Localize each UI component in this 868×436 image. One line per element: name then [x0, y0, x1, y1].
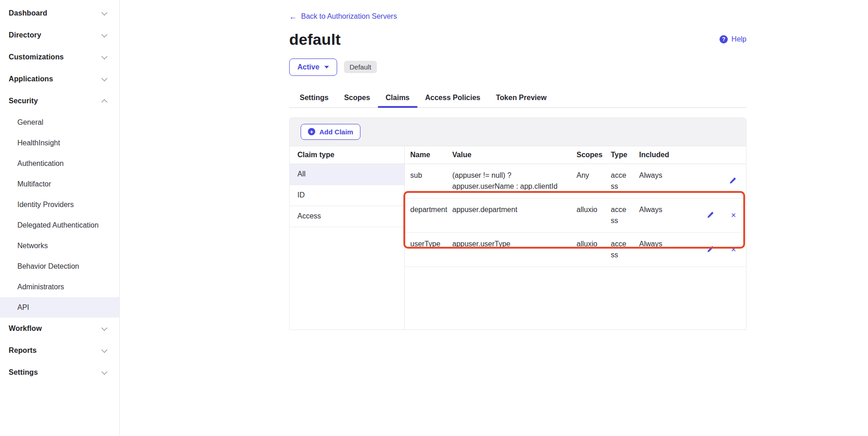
sidebar-item-label: Customizations — [9, 53, 64, 61]
tab-claims[interactable]: Claims — [378, 88, 417, 107]
pencil-icon — [707, 212, 714, 218]
claim-included: Always — [639, 204, 680, 215]
tab-settings[interactable]: Settings — [292, 88, 336, 107]
caret-down-icon — [324, 66, 329, 69]
tab-bar: Settings Scopes Claims Access Policies T… — [289, 88, 746, 108]
claim-type: access — [611, 204, 639, 226]
column-header-value: Value — [452, 149, 577, 160]
column-header-type: Type — [611, 149, 639, 160]
sidebar-item-api[interactable]: API — [0, 297, 119, 318]
chevron-down-icon — [101, 32, 107, 37]
sidebar-item-security[interactable]: Security — [0, 90, 119, 112]
sidebar-item-applications[interactable]: Applications — [0, 68, 119, 90]
sidebar-item-delegated-authentication[interactable]: Delegated Authentication — [0, 215, 119, 235]
claim-type: access — [611, 239, 639, 261]
sidebar-item-customizations[interactable]: Customizations — [0, 46, 119, 68]
tab-token-preview[interactable]: Token Preview — [488, 88, 554, 107]
tab-access-policies[interactable]: Access Policies — [418, 88, 488, 107]
help-label: Help — [731, 35, 746, 43]
column-header-included: Included — [639, 149, 680, 160]
sidebar-item-label: Workflow — [9, 324, 42, 333]
sidebar-item-general[interactable]: General — [0, 112, 119, 133]
delete-claim-button[interactable]: × — [731, 245, 736, 254]
page-title: default — [289, 31, 341, 48]
edit-claim-button[interactable] — [729, 177, 736, 184]
claims-table-header: Name Value Scopes Type Included — [405, 146, 746, 164]
claim-value: (appuser != null) ? appuser.userName : a… — [452, 170, 577, 192]
claim-type-header: Claim type — [290, 146, 404, 164]
claim-type: access — [611, 170, 639, 192]
sidebar-item-label: Dashboard — [9, 9, 47, 17]
claim-scopes: alluxio — [577, 239, 611, 250]
claim-included: Always — [639, 239, 680, 250]
chevron-down-icon — [101, 75, 107, 81]
chevron-down-icon — [101, 347, 107, 353]
sidebar-item-directory[interactable]: Directory — [0, 24, 119, 46]
status-label: Active — [297, 63, 319, 71]
column-header-scopes: Scopes — [577, 149, 611, 160]
chevron-down-icon — [101, 369, 107, 375]
column-header-name: Name — [405, 149, 452, 160]
claim-value: appuser.userType — [452, 239, 577, 250]
claim-name: sub — [405, 170, 452, 181]
back-link-label: Back to Authorization Servers — [301, 12, 397, 21]
table-row-usertype: userType appuser.userType alluxio access… — [405, 233, 746, 267]
plus-icon: + — [308, 128, 315, 135]
claim-type-id[interactable]: ID — [290, 185, 404, 206]
claims-table: Name Value Scopes Type Included sub (app… — [405, 146, 746, 330]
sidebar-item-networks[interactable]: Networks — [0, 235, 119, 256]
sidebar-item-multifactor[interactable]: Multifactor — [0, 174, 119, 194]
close-icon: × — [731, 211, 736, 219]
close-icon: × — [731, 245, 736, 254]
main-area: ← Back to Authorization Servers default … — [120, 0, 868, 330]
chevron-down-icon — [101, 53, 107, 59]
chevron-down-icon — [101, 10, 107, 16]
table-row-department: department appuser.department alluxio ac… — [405, 198, 746, 233]
sidebar-item-identity-providers[interactable]: Identity Providers — [0, 194, 119, 215]
claim-value: appuser.department — [452, 204, 577, 215]
status-dropdown-button[interactable]: Active — [289, 58, 337, 76]
help-icon: ? — [720, 35, 728, 43]
pencil-icon — [707, 246, 714, 253]
add-claim-label: Add Claim — [319, 128, 353, 136]
claim-included: Always — [639, 170, 680, 181]
tab-scopes[interactable]: Scopes — [336, 88, 378, 107]
claims-panel: + Add Claim Claim type All ID Access Nam… — [289, 117, 746, 330]
sidebar-item-label: Reports — [9, 346, 37, 355]
claim-scopes: alluxio — [577, 204, 611, 215]
table-row-sub: sub (appuser != null) ? appuser.userName… — [405, 164, 746, 198]
back-to-authorization-servers-link[interactable]: ← Back to Authorization Servers — [289, 12, 397, 21]
sidebar-item-healthinsight[interactable]: HealthInsight — [0, 133, 119, 153]
chevron-down-icon — [101, 325, 107, 331]
sidebar: Dashboard Directory Customizations Appli… — [0, 0, 120, 436]
chevron-up-icon — [101, 99, 107, 105]
delete-claim-button[interactable]: × — [731, 211, 736, 219]
sidebar-item-dashboard[interactable]: Dashboard — [0, 2, 119, 24]
sidebar-item-authentication[interactable]: Authentication — [0, 153, 119, 174]
sidebar-item-label: Directory — [9, 31, 41, 39]
edit-claim-button[interactable] — [707, 246, 714, 253]
sidebar-item-reports[interactable]: Reports — [0, 340, 119, 362]
sidebar-item-label: Applications — [9, 75, 53, 83]
help-link[interactable]: ? Help — [720, 35, 746, 43]
claim-type-all[interactable]: All — [290, 164, 404, 185]
claim-scopes: Any — [577, 170, 611, 181]
claims-toolbar: + Add Claim — [290, 118, 746, 146]
sidebar-item-workflow[interactable]: Workflow — [0, 318, 119, 340]
edit-claim-button[interactable] — [707, 212, 714, 218]
add-claim-button[interactable]: + Add Claim — [301, 124, 360, 140]
sidebar-item-settings[interactable]: Settings — [0, 362, 119, 383]
claim-name: department — [405, 204, 452, 215]
claim-type-column: Claim type All ID Access — [290, 146, 405, 330]
back-arrow-icon: ← — [289, 13, 297, 21]
sidebar-item-label: Settings — [9, 368, 38, 377]
claim-type-access[interactable]: Access — [290, 206, 404, 227]
sidebar-item-label: Security — [9, 97, 38, 105]
claim-name: userType — [405, 239, 452, 250]
sidebar-item-administrators[interactable]: Administrators — [0, 276, 119, 297]
pencil-icon — [729, 177, 736, 184]
default-badge: Default — [344, 61, 377, 73]
sidebar-item-behavior-detection[interactable]: Behavior Detection — [0, 256, 119, 276]
